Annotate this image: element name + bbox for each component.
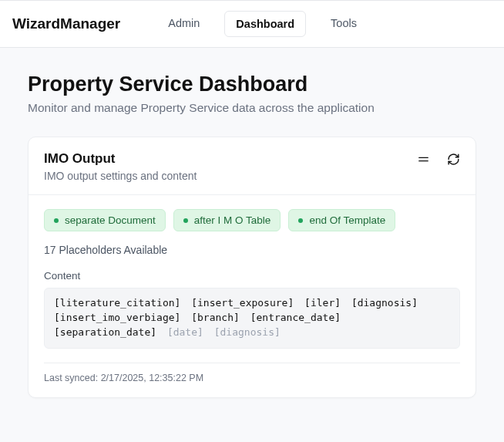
placeholder-count: 17 Placeholders Available — [44, 244, 460, 256]
badge-after-imo-table: after I M O Table — [173, 209, 281, 231]
content-label: Content — [44, 270, 460, 282]
page-title: Property Service Dashboard — [28, 73, 476, 96]
card-body: separate Document after I M O Table end … — [29, 195, 475, 397]
placeholder-token: [insert_exposure] — [191, 297, 294, 309]
nav-tabs: Admin Dashboard Tools — [157, 11, 368, 37]
tab-admin[interactable]: Admin — [157, 11, 210, 37]
page-subtitle: Monitor and manage Property Service data… — [28, 101, 476, 115]
placeholder-token: [literature_citation] — [54, 297, 180, 309]
placeholder-token: [branch] — [191, 312, 240, 323]
placeholder-token: [entrance_date] — [250, 312, 341, 323]
card-subtitle: IMO output settings and content — [44, 170, 197, 182]
placeholder-token: [date] — [167, 326, 203, 338]
badges-row: separate Document after I M O Table end … — [44, 209, 460, 231]
card-header: IMO Output IMO output settings and conte… — [29, 137, 475, 195]
badge-separate-document: separate Document — [44, 209, 166, 231]
badge-end-of-template: end Of Template — [288, 209, 395, 231]
placeholder-token: [iler] — [304, 297, 341, 309]
page-content: Property Service Dashboard Monitor and m… — [0, 48, 504, 413]
top-nav: WizardManager Admin Dashboard Tools — [0, 0, 504, 48]
tab-tools[interactable]: Tools — [320, 11, 368, 37]
refresh-icon[interactable] — [447, 153, 460, 166]
placeholder-token: [insert_imo_verbiage] — [54, 312, 180, 323]
status-dot — [183, 218, 188, 223]
tab-dashboard[interactable]: Dashboard — [224, 11, 306, 37]
badge-label: end Of Template — [309, 214, 385, 226]
imo-output-card: IMO Output IMO output settings and conte… — [28, 137, 476, 398]
placeholder-token: [diagnosis] — [214, 326, 281, 338]
placeholder-token: [diagnosis] — [351, 297, 418, 309]
card-title: IMO Output — [44, 151, 197, 167]
brand: WizardManager — [12, 15, 120, 32]
status-dot — [298, 218, 303, 223]
badge-label: after I M O Table — [194, 214, 271, 226]
last-synced: Last synced: 2/17/2025, 12:35:22 PM — [44, 363, 460, 383]
placeholder-token: [separation_date] — [54, 326, 156, 338]
status-dot — [54, 218, 59, 223]
content-box: [literature_citation] [insert_exposure] … — [44, 288, 460, 349]
settings-icon[interactable] — [417, 153, 430, 166]
badge-label: separate Document — [65, 214, 156, 226]
card-actions — [417, 151, 460, 166]
